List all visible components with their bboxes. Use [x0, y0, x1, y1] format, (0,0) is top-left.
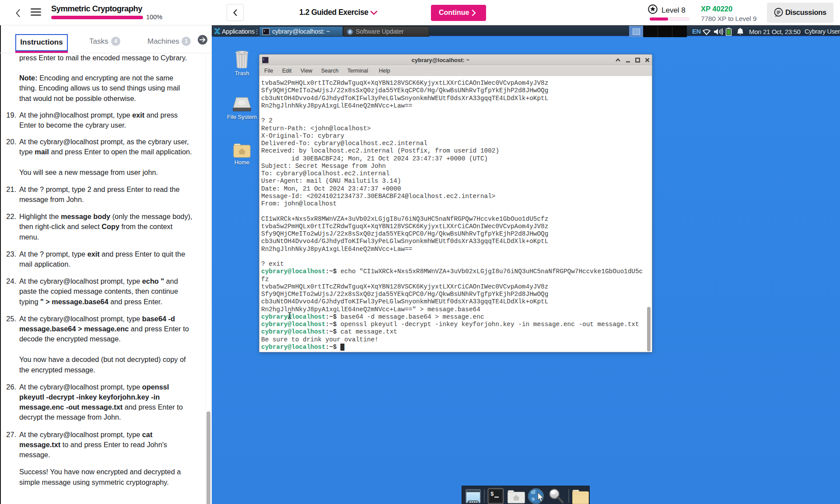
- svg-text:$: $: [490, 491, 494, 497]
